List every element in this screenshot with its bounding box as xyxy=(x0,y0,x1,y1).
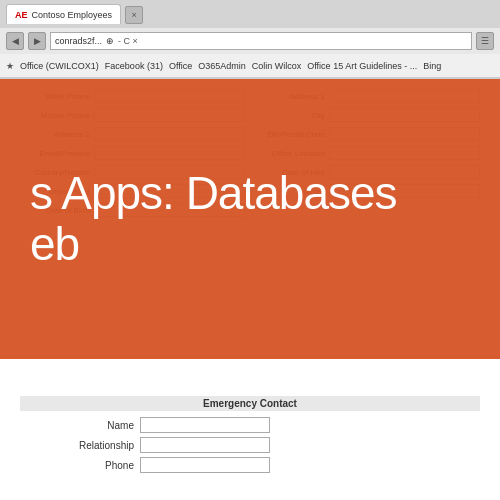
emergency-phone-input[interactable] xyxy=(140,457,270,473)
favorites-label: ★ xyxy=(6,61,14,71)
emergency-relationship-input[interactable] xyxy=(140,437,270,453)
overlay-title-line2: eb xyxy=(30,219,470,270)
fav-colin-wilcox[interactable]: Colin Wilcox xyxy=(252,61,302,71)
address-box[interactable]: conrads2f... ⊕ - C × xyxy=(50,32,472,50)
back-button[interactable]: ◀ xyxy=(6,32,24,50)
main-content: Work Phone Address 1 Mobile Phone City A… xyxy=(0,79,500,487)
overlay-title: s Apps: Databases eb xyxy=(30,168,470,269)
fav-bing[interactable]: Bing xyxy=(423,61,441,71)
emergency-name-row: Name xyxy=(20,417,480,433)
tab-icon: AE xyxy=(15,10,28,20)
overlay-title-line1: s Apps: Databases xyxy=(30,168,470,219)
fav-facebook[interactable]: Facebook (31) xyxy=(105,61,163,71)
address-icon: ⊕ xyxy=(106,36,114,46)
fav-o365admin[interactable]: O365Admin xyxy=(198,61,246,71)
browser-chrome: AE Contoso Employees × ◀ ▶ conrads2f... … xyxy=(0,0,500,79)
browser-tab-active[interactable]: AE Contoso Employees xyxy=(6,4,121,24)
fav-office-cwilcox[interactable]: Office (CWILCOX1) xyxy=(20,61,99,71)
emergency-contact-section: Emergency Contact Name Relationship Phon… xyxy=(0,388,500,487)
emergency-phone-row: Phone xyxy=(20,457,480,473)
favorites-bar: ★ Office (CWILCOX1) Facebook (31) Office… xyxy=(0,54,500,78)
fav-office15[interactable]: Office 15 Art Guidelines - ... xyxy=(307,61,417,71)
orange-overlay: s Apps: Databases eb xyxy=(0,79,500,359)
title-bar: AE Contoso Employees × xyxy=(0,0,500,28)
emergency-relationship-row: Relationship xyxy=(20,437,480,453)
fav-office[interactable]: Office xyxy=(169,61,192,71)
emergency-name-input[interactable] xyxy=(140,417,270,433)
emergency-name-label: Name xyxy=(20,420,140,431)
address-text: conrads2f... xyxy=(55,36,102,46)
settings-button[interactable]: ☰ xyxy=(476,32,494,50)
emergency-phone-label: Phone xyxy=(20,460,140,471)
address-bar-row: ◀ ▶ conrads2f... ⊕ - C × ☰ xyxy=(0,28,500,54)
tab-label: Contoso Employees xyxy=(32,10,113,20)
emergency-relationship-label: Relationship xyxy=(20,440,140,451)
close-tab-btn[interactable]: × xyxy=(125,6,143,24)
emergency-contact-header: Emergency Contact xyxy=(20,396,480,411)
forward-button[interactable]: ▶ xyxy=(28,32,46,50)
